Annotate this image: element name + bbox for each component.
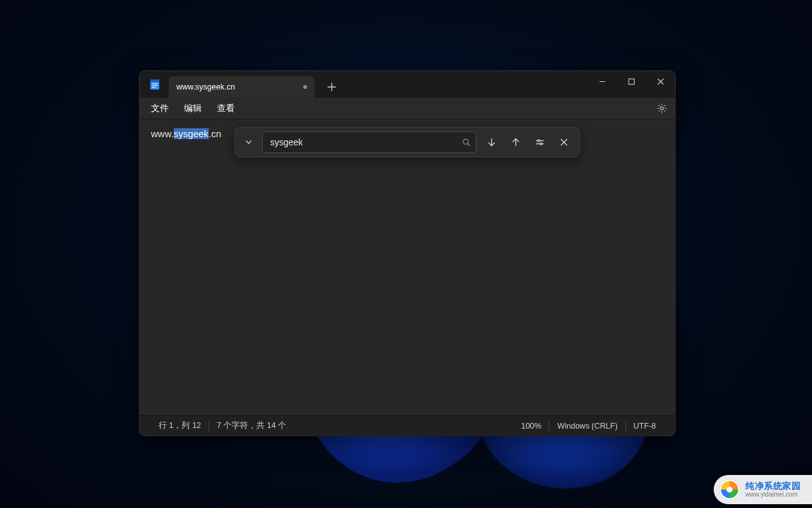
tab-title: www.sysgeek.cn [176, 83, 298, 91]
find-expand-toggle[interactable] [239, 133, 258, 152]
svg-point-6 [660, 107, 664, 110]
svg-rect-1 [150, 79, 159, 82]
status-selection: 7 个字符，共 14 个 [209, 420, 294, 431]
unsaved-indicator-icon [303, 85, 307, 89]
menu-edit[interactable]: 编辑 [176, 100, 209, 117]
svg-point-8 [537, 140, 539, 142]
watermark-title: 纯净系统家园 [745, 481, 801, 491]
menu-view[interactable]: 查看 [209, 100, 242, 117]
new-tab-button[interactable] [321, 76, 343, 98]
find-next-button[interactable] [480, 131, 503, 154]
svg-rect-3 [152, 85, 158, 86]
find-input-container [262, 131, 476, 153]
notepad-window: www.sysgeek.cn 文件 编辑 查看 [140, 71, 675, 436]
svg-rect-5 [629, 79, 634, 84]
find-previous-button[interactable] [504, 131, 527, 154]
svg-point-9 [540, 143, 542, 145]
editor-line-1: www.sysgeek.cn [151, 128, 221, 139]
text-editor-area[interactable]: www.sysgeek.cn [140, 119, 675, 415]
search-icon [462, 138, 471, 147]
status-zoom[interactable]: 100% [513, 422, 549, 431]
titlebar[interactable]: www.sysgeek.cn [140, 71, 675, 98]
menu-file[interactable]: 文件 [143, 100, 176, 117]
text-segment: www. [151, 128, 174, 139]
svg-rect-2 [152, 83, 158, 84]
window-controls [587, 71, 675, 98]
watermark-logo-icon [719, 479, 740, 500]
svg-point-11 [726, 486, 732, 492]
svg-rect-4 [152, 87, 156, 88]
maximize-button[interactable] [617, 71, 646, 91]
close-button[interactable] [646, 71, 675, 91]
document-tab[interactable]: www.sysgeek.cn [169, 76, 315, 98]
status-position: 行 1，列 12 [151, 420, 209, 431]
notepad-app-icon [146, 76, 164, 93]
watermark-badge: 纯净系统家园 www.yidaimei.com [714, 475, 812, 504]
search-highlight: sysgeek [174, 128, 209, 139]
status-line-ending[interactable]: Windows (CRLF) [549, 422, 625, 431]
find-bar [235, 127, 580, 157]
settings-button[interactable] [652, 99, 671, 118]
menubar: 文件 编辑 查看 [140, 98, 675, 119]
find-close-button[interactable] [553, 131, 575, 154]
status-encoding[interactable]: UTF-8 [626, 422, 664, 431]
statusbar: 行 1，列 12 7 个字符，共 14 个 100% Windows (CRLF… [140, 415, 675, 436]
find-options-button[interactable] [528, 131, 551, 154]
find-input[interactable] [270, 137, 462, 147]
minimize-button[interactable] [587, 71, 617, 91]
watermark-url: www.yidaimei.com [745, 491, 801, 498]
text-segment: .cn [209, 128, 221, 139]
